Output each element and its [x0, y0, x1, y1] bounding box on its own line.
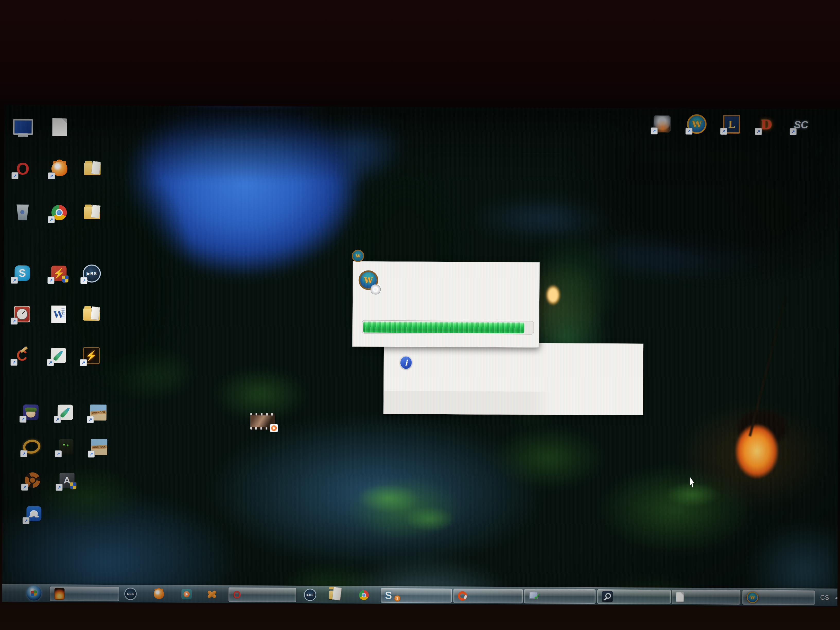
chrome-icon	[359, 590, 369, 600]
shortcut-arrow-icon: ↗	[80, 359, 87, 366]
play-badge-icon	[270, 424, 278, 432]
bs-player-icon: ▶BS	[304, 589, 316, 601]
taskbar-pin-media-downloader[interactable]	[180, 588, 193, 600]
shortcut-arrow-icon: ↗	[789, 128, 796, 135]
info-dialog: i	[384, 342, 643, 415]
cauldron-rod-art	[748, 296, 787, 436]
shortcut-arrow-icon: ↗	[47, 359, 54, 366]
ccleaner-icon: C	[16, 347, 27, 364]
taskbar-pin-controller-tool[interactable]	[205, 588, 218, 600]
skype-icon: S	[385, 590, 392, 601]
desktop-icon-folder[interactable]	[80, 158, 104, 180]
taskbar-button-wow-installer[interactable]: W	[742, 590, 815, 605]
recycle-bin-icon	[16, 204, 30, 220]
computer-icon	[13, 119, 33, 135]
wow-installer-icon: W	[358, 270, 381, 294]
desktop-icon-battlefield[interactable]: ↗	[650, 113, 674, 135]
desktop-icon-word-document[interactable]: W	[47, 303, 71, 325]
steam-icon	[602, 591, 613, 602]
shortcut-arrow-icon: ↗	[87, 416, 94, 423]
desktop-icon-bioshock[interactable]: BIOSHOCK↗	[87, 401, 110, 423]
disc-icon	[370, 284, 381, 294]
desktop-icon-opera[interactable]: O↗	[11, 158, 35, 180]
taskbar-button-flame-app[interactable]	[50, 586, 119, 601]
opera-icon: O	[233, 589, 241, 600]
taskbar-pin-bs-player[interactable]: ▶BS	[303, 589, 317, 601]
desktop-icon-video-file[interactable]	[250, 413, 275, 430]
shortcut-arrow-icon: ↗	[48, 172, 55, 179]
desktop-icon-lightning-game[interactable]: ⚡↗	[79, 344, 103, 367]
desktop-icon-my-computer[interactable]	[11, 116, 35, 138]
desktop-icon-text-document[interactable]	[47, 116, 71, 138]
taskbar-pin-gom-player[interactable]	[152, 588, 166, 600]
explorer-folder-icon	[329, 591, 341, 599]
shortcut-arrow-icon: ↗	[20, 415, 27, 423]
desktop-icon-league-of-legends[interactable]: L↗	[720, 113, 743, 135]
desktop-icon-assassins-creed[interactable]: A↗	[55, 469, 79, 491]
info-dialog-footer	[384, 391, 552, 415]
desktop-icon-starcraft[interactable]: SC↗	[789, 114, 813, 136]
shortcut-arrow-icon: ↗	[755, 128, 762, 135]
folder-icon	[84, 163, 101, 175]
desktop-icon-flash-tool[interactable]: ⚡↗	[47, 262, 71, 284]
taskbar: bs-player▶BS O ▶BS S 1 ✓ W CS	[2, 584, 837, 606]
bs-player-icon: bs-player▶BS	[124, 587, 137, 600]
shortcut-arrow-icon: ↗	[720, 128, 727, 135]
shortcut-arrow-icon: ↗	[21, 483, 28, 491]
desktop-icon-folder[interactable]	[80, 303, 103, 325]
installer-titlebar-wow-icon: W	[352, 249, 364, 262]
taskbar-button-steam[interactable]	[597, 589, 671, 604]
shortcut-arrow-icon: ↗	[55, 484, 63, 491]
gom-player-icon	[154, 589, 164, 599]
taskbar-button-text-document[interactable]	[672, 590, 741, 605]
desktop-icon-swtor[interactable]: ↗	[20, 436, 44, 458]
desktop-icon-creature-game[interactable]: ↗	[54, 436, 78, 458]
desktop-icon-clock-tool[interactable]: ↗	[10, 303, 34, 325]
shortcut-arrow-icon: ↗	[54, 416, 61, 423]
media-player-icon	[182, 589, 192, 599]
desktop-icon-folder[interactable]	[80, 202, 104, 224]
desktop-icon-south-park-game[interactable]: ↗	[19, 401, 43, 423]
start-button[interactable]	[27, 586, 41, 600]
taskbar-pin-file-explorer[interactable]	[328, 589, 341, 601]
shortcut-arrow-icon: ↗	[47, 277, 54, 284]
shortcut-arrow-icon: ↗	[80, 277, 87, 284]
desktop-icon-bioshock[interactable]: BIOSHOCK↗	[87, 436, 111, 458]
tray-hidden-icons-arrow[interactable]	[835, 597, 840, 599]
desktop-icon-skype[interactable]: S↗	[10, 262, 34, 284]
taskbar-button-system-check[interactable]: ✓	[524, 589, 595, 604]
shortcut-arrow-icon: ↗	[685, 128, 692, 134]
origin-icon	[458, 591, 467, 600]
taskbar-pin-chrome[interactable]	[357, 589, 371, 601]
shortcut-arrow-icon: ↗	[55, 450, 62, 457]
shortcut-arrow-icon: ↗	[22, 517, 29, 524]
desktop-icon-bs-player[interactable]: ▶BS↗	[80, 262, 103, 285]
desktop-icon-feather-app[interactable]: ↗	[54, 401, 77, 423]
word-document-icon: W	[51, 305, 66, 323]
installer-dialog: W	[352, 261, 540, 348]
controller-icon	[206, 589, 218, 600]
desktop-icon-gom-player[interactable]: ↗	[47, 158, 71, 180]
taskbar-pin-bs-player[interactable]: bs-player▶BS	[124, 587, 137, 600]
desktop-icon-chrome[interactable]: ↗	[47, 202, 71, 224]
taskbar-button-opera[interactable]: O	[229, 587, 296, 602]
taskbar-button-origin[interactable]	[453, 589, 523, 603]
mouse-cursor	[690, 477, 698, 488]
tray-language-indicator[interactable]: CS	[820, 594, 829, 601]
desktop-icon-feather-app[interactable]: ↗	[47, 344, 70, 366]
desktop-icon-recycle-bin[interactable]	[11, 201, 35, 223]
taskbar-button-skype[interactable]: S 1	[381, 588, 452, 603]
desktop-icon-ccleaner[interactable]: C↗	[10, 344, 34, 366]
shortcut-arrow-icon: ↗	[11, 277, 18, 284]
desktop-icon-diablo[interactable]: D↗	[754, 113, 778, 135]
folder-icon	[84, 207, 100, 219]
document-icon	[676, 592, 684, 602]
progress-fill	[363, 321, 524, 333]
shortcut-arrow-icon: ↗	[48, 216, 55, 223]
desktop-icon-vuze[interactable]: ↗	[22, 502, 46, 524]
skype-notification-badge: 1	[394, 595, 400, 602]
info-icon: i	[400, 356, 412, 369]
folder-icon	[84, 308, 100, 321]
desktop-icon-world-of-warcraft[interactable]: W↗	[685, 113, 709, 135]
desktop-icon-team-fortress[interactable]: ↗	[21, 469, 44, 491]
